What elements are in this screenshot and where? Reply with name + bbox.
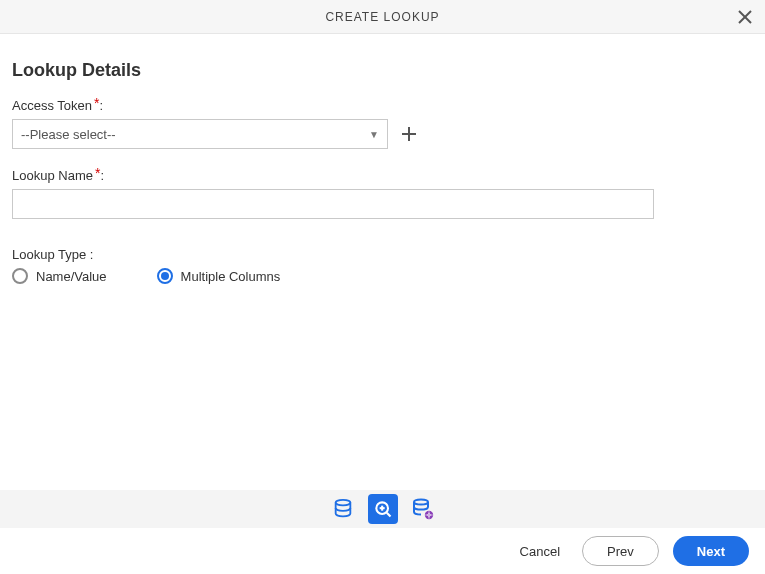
database-icon: [332, 498, 354, 520]
close-icon: [738, 10, 752, 24]
access-token-select[interactable]: --Please select-- ▼: [12, 119, 388, 149]
plus-icon: [401, 126, 417, 142]
dialog-footer: Cancel Prev Next: [0, 528, 765, 574]
svg-line-9: [386, 513, 390, 517]
next-button[interactable]: Next: [673, 536, 749, 566]
radio-dot-icon: [161, 272, 169, 280]
step-lookup-details[interactable]: [368, 494, 398, 524]
label-colon: :: [99, 98, 103, 113]
cancel-button[interactable]: Cancel: [512, 536, 568, 566]
add-access-token-button[interactable]: [398, 123, 420, 145]
stepper-bar: [0, 490, 765, 528]
radio-label: Multiple Columns: [181, 269, 281, 284]
required-mark: *: [94, 95, 99, 111]
database-gear-icon: [411, 497, 435, 521]
dialog-content: Lookup Details Access Token*: --Please s…: [0, 34, 765, 284]
close-button[interactable]: [735, 7, 755, 27]
required-mark: *: [95, 165, 100, 181]
step-source[interactable]: [328, 494, 358, 524]
lookup-name-label: Lookup Name*:: [12, 167, 753, 183]
radio-icon: [12, 268, 28, 284]
lookup-type-radio-group: Name/Value Multiple Columns: [12, 268, 753, 284]
label-colon: :: [100, 168, 104, 183]
prev-button[interactable]: Prev: [582, 536, 659, 566]
field-lookup-name: Lookup Name*:: [12, 167, 753, 219]
section-heading: Lookup Details: [12, 60, 753, 81]
field-lookup-type: Lookup Type : Name/Value Multiple Column…: [12, 247, 753, 284]
dialog-title: CREATE LOOKUP: [325, 10, 439, 24]
svg-point-10: [414, 499, 428, 504]
label-text: Lookup Name: [12, 168, 93, 183]
radio-label: Name/Value: [36, 269, 107, 284]
radio-icon: [157, 268, 173, 284]
label-colon: :: [90, 247, 94, 262]
titlebar: CREATE LOOKUP: [0, 0, 765, 34]
label-text: Lookup Type: [12, 247, 86, 262]
select-value: --Please select--: [21, 127, 116, 142]
step-configure[interactable]: [408, 494, 438, 524]
svg-point-4: [335, 500, 350, 506]
chevron-down-icon: ▼: [369, 129, 379, 140]
field-access-token: Access Token*: --Please select-- ▼: [12, 97, 753, 149]
lookup-name-input[interactable]: [12, 189, 654, 219]
lookup-type-label: Lookup Type :: [12, 247, 753, 262]
label-text: Access Token: [12, 98, 92, 113]
access-token-label: Access Token*:: [12, 97, 753, 113]
radio-multiple-columns[interactable]: Multiple Columns: [157, 268, 281, 284]
access-token-row: --Please select-- ▼: [12, 119, 753, 149]
radio-name-value[interactable]: Name/Value: [12, 268, 107, 284]
search-icon: [373, 499, 393, 519]
